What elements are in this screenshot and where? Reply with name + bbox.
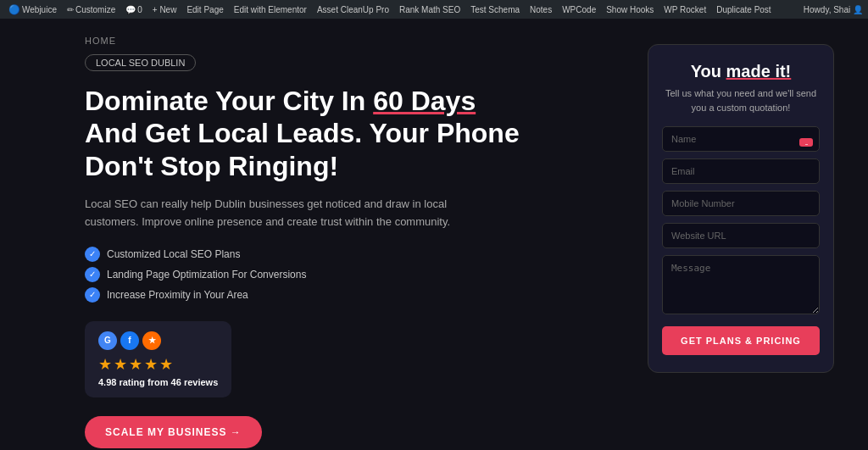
admin-bar-howdy: Howdy, Shai 👤 bbox=[804, 5, 863, 14]
sub-text: Local SEO can really help Dublin busines… bbox=[85, 196, 475, 231]
email-input[interactable] bbox=[662, 158, 820, 184]
main-headline: Dominate Your City In 60 Days And Get Lo… bbox=[85, 85, 526, 182]
mobile-input[interactable] bbox=[662, 191, 820, 216]
admin-bar-item-comments[interactable]: 💬 0 bbox=[122, 0, 146, 19]
admin-bar-item-elementor[interactable]: Edit with Elementor bbox=[231, 0, 310, 19]
checklist: ✓ Customized Local SEO Plans ✓ Landing P… bbox=[85, 247, 526, 303]
wp-admin-bar: 🔵 Webjuice ✏ Customize 💬 0 + New Edit Pa… bbox=[0, 0, 868, 19]
admin-bar-item-wpcode[interactable]: WPCode bbox=[559, 0, 599, 19]
admin-bar-item-webjuice[interactable]: 🔵 Webjuice bbox=[5, 0, 60, 19]
name-input[interactable] bbox=[662, 126, 820, 152]
check-icon-1: ✓ bbox=[85, 247, 100, 262]
left-content: LOCAL SEO DUBLIN Dominate Your City In 6… bbox=[85, 54, 526, 448]
admin-bar-item-test-schema[interactable]: Test Schema bbox=[467, 0, 523, 19]
message-textarea[interactable] bbox=[662, 255, 820, 314]
location-badge: LOCAL SEO DUBLIN bbox=[85, 54, 196, 71]
admin-bar-item-wp-rocket[interactable]: WP Rocket bbox=[660, 0, 709, 19]
admin-bar-item-notes[interactable]: Notes bbox=[526, 0, 555, 19]
reviews-box: G f ★ ★★★★★ 4.98 rating from 46 reviews bbox=[85, 321, 231, 397]
breadcrumb: HOME bbox=[85, 36, 116, 46]
check-icon-3: ✓ bbox=[85, 287, 100, 303]
admin-bar-item-duplicate-post[interactable]: Duplicate Post bbox=[713, 0, 774, 19]
wp-logo-icon: 🔵 bbox=[8, 4, 20, 15]
admin-bar-item-customize[interactable]: ✏ Customize bbox=[64, 0, 119, 19]
required-indicator bbox=[799, 138, 813, 147]
star-logo: ★ bbox=[142, 331, 161, 350]
review-logos: G f ★ bbox=[98, 331, 218, 350]
facebook-logo: f bbox=[120, 331, 139, 350]
admin-bar-item-edit-page[interactable]: Edit Page bbox=[183, 0, 226, 19]
check-icon-2: ✓ bbox=[85, 267, 100, 282]
page-wrapper: HOME LOCAL SEO DUBLIN Dominate Your City… bbox=[0, 19, 868, 450]
website-input[interactable] bbox=[662, 223, 820, 248]
submit-button[interactable]: GET PLANS & PRICING bbox=[662, 326, 820, 355]
right-panel: You made it! Tell us what you need and w… bbox=[648, 44, 834, 373]
form-title: You made it! bbox=[662, 62, 820, 81]
form-subtitle: Tell us what you need and we'll send you… bbox=[662, 86, 820, 114]
checklist-item-1: ✓ Customized Local SEO Plans bbox=[85, 247, 526, 262]
admin-bar-item-rankmath[interactable]: Rank Math SEO bbox=[396, 0, 464, 19]
admin-bar-item-new[interactable]: + New bbox=[149, 0, 181, 19]
google-logo: G bbox=[98, 331, 117, 350]
star-rating: ★★★★★ bbox=[98, 355, 218, 374]
admin-bar-item-asset-cleanup[interactable]: Asset CleanUp Pro bbox=[314, 0, 392, 19]
cta-button[interactable]: SCALE MY BUSINESS → bbox=[85, 416, 262, 448]
checklist-item-3: ✓ Increase Proximity in Your Area bbox=[85, 287, 526, 303]
checklist-item-2: ✓ Landing Page Optimization For Conversi… bbox=[85, 267, 526, 282]
admin-bar-item-show-hooks[interactable]: Show Hooks bbox=[603, 0, 657, 19]
name-field-wrapper bbox=[662, 126, 820, 158]
rating-text: 4.98 rating from 46 reviews bbox=[98, 377, 218, 387]
